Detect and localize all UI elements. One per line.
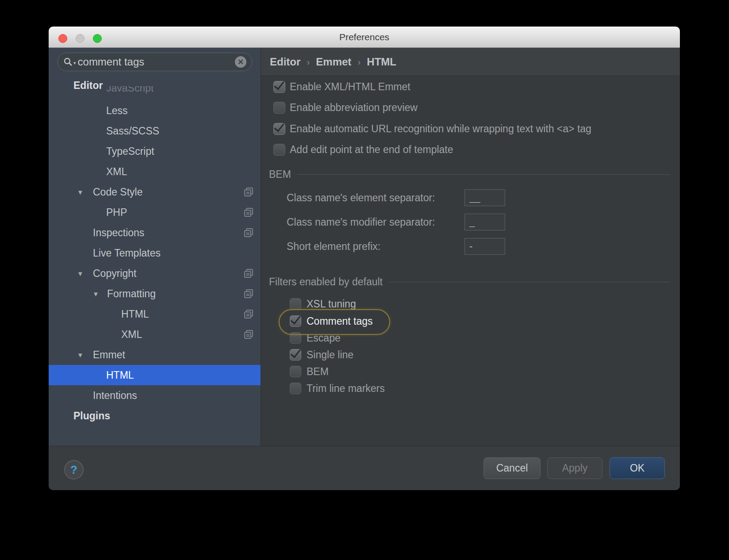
sidebar-item-label: Plugins <box>73 410 110 422</box>
search-icon <box>63 57 73 67</box>
sidebar-item-label: Formatting <box>107 288 156 300</box>
copy-settings-icon <box>244 207 253 217</box>
sidebar-item-plugins[interactable]: Plugins <box>49 406 261 426</box>
sidebar-item-inspections[interactable]: Inspections <box>49 222 261 243</box>
checkbox-icon[interactable] <box>290 349 301 361</box>
checkbox-icon[interactable] <box>290 315 301 327</box>
filter-comment-tags[interactable]: Comment tags <box>290 313 373 330</box>
field-label: Class name's element separator: <box>287 192 464 204</box>
filter-xsl-tuning[interactable]: XSL tuning <box>290 295 356 312</box>
checkbox-icon[interactable] <box>290 298 301 310</box>
clear-search-icon[interactable]: ✕ <box>235 56 246 68</box>
filter-bem[interactable]: BEM <box>290 363 329 380</box>
sidebar-item-label: Inspections <box>93 227 144 239</box>
filter-label: BEM <box>307 366 329 378</box>
filter-escape[interactable]: Escape <box>290 330 341 346</box>
sidebar-item-emmet-html-selected[interactable]: HTML <box>49 365 261 385</box>
sidebar-item-label: PHP <box>106 207 127 219</box>
cancel-button[interactable]: Cancel <box>483 457 541 479</box>
sidebar-item-live-templates[interactable]: Live Templates <box>49 243 261 263</box>
sidebar-item-formatting[interactable]: ▼ Formatting <box>49 284 261 304</box>
sidebar-item-formatting-html[interactable]: HTML <box>49 304 261 324</box>
checkbox-icon[interactable] <box>290 383 301 394</box>
sidebar-item-editor[interactable]: Editor <box>49 75 261 96</box>
sidebar-item-label: Sass/SCSS <box>106 125 159 137</box>
chevron-down-icon[interactable]: ▼ <box>77 270 93 277</box>
help-icon[interactable]: ? <box>64 460 84 479</box>
sidebar-item-sass-scss[interactable]: Sass/SCSS <box>49 121 261 141</box>
group-divider <box>297 174 670 175</box>
chevron-down-icon[interactable]: ▼ <box>77 188 93 196</box>
search-options-caret-icon[interactable]: ▾ <box>73 60 76 66</box>
filter-single-line[interactable]: Single line <box>290 346 353 363</box>
sidebar-item-intentions[interactable]: Intentions <box>49 385 261 406</box>
filter-label: Comment tags <box>307 315 373 327</box>
copy-settings-icon <box>244 309 253 319</box>
checkbox-icon[interactable] <box>273 81 285 93</box>
checkbox-icon[interactable] <box>273 123 285 135</box>
option-label: Enable abbreviation preview <box>290 102 418 114</box>
chevron-down-icon[interactable]: ▼ <box>77 351 93 359</box>
filter-label: Trim line markers <box>307 383 385 395</box>
sidebar-item-xml[interactable]: XML <box>49 161 261 182</box>
search-input[interactable] <box>78 56 235 68</box>
copy-settings-icon <box>244 268 253 278</box>
sidebar-item-label: Copyright <box>93 268 136 280</box>
bem-group-header: BEM <box>269 167 670 181</box>
filter-label: Single line <box>307 349 353 361</box>
apply-button[interactable]: Apply <box>547 457 602 479</box>
copy-settings-icon <box>244 187 253 197</box>
breadcrumb-emmet[interactable]: Emmet <box>316 56 351 68</box>
breadcrumb-html: HTML <box>367 56 396 68</box>
sidebar-item-label: Live Templates <box>93 247 161 259</box>
chevron-down-icon[interactable]: ▼ <box>92 290 107 298</box>
sidebar-item-emmet[interactable]: ▼ Emmet <box>49 345 261 365</box>
option-abbreviation-preview[interactable]: Enable abbreviation preview <box>273 97 418 118</box>
sidebar-item-label: Intentions <box>93 390 137 402</box>
breadcrumb-editor[interactable]: Editor <box>270 56 300 68</box>
element-separator-input[interactable] <box>464 189 505 206</box>
sidebar-item-copyright[interactable]: ▼ Copyright <box>49 263 261 284</box>
option-url-recognition[interactable]: Enable automatic URL recognition while w… <box>273 118 591 139</box>
title-bar[interactable]: Preferences <box>49 27 680 48</box>
sidebar-item-label: Code Style <box>93 186 143 198</box>
settings-search-field[interactable]: ▾ ✕ <box>58 53 252 71</box>
option-label: Add edit point at the end of template <box>290 144 453 156</box>
breadcrumb-separator-icon: › <box>357 57 361 67</box>
copy-settings-icon <box>244 330 253 339</box>
sidebar-item-label: HTML <box>121 308 149 320</box>
modifier-separator-input[interactable] <box>464 214 505 230</box>
sidebar-item-label: XML <box>106 166 127 178</box>
group-title: Filters enabled by default <box>269 276 383 288</box>
settings-content-panel: Editor › Emmet › HTML Enable XML/HTML Em… <box>261 48 680 446</box>
sidebar-item-label: TypeScript <box>106 146 154 157</box>
option-edit-point[interactable]: Add edit point at the end of template <box>273 139 453 160</box>
checkbox-icon[interactable] <box>273 102 285 114</box>
short-prefix-input[interactable] <box>464 238 505 255</box>
option-enable-emmet[interactable]: Enable XML/HTML Emmet <box>273 76 411 97</box>
filter-label: XSL tuning <box>307 298 356 310</box>
sidebar-item-formatting-xml[interactable]: XML <box>49 324 261 345</box>
window-title: Preferences <box>49 27 680 48</box>
filters-group-header: Filters enabled by default <box>269 275 670 289</box>
copy-settings-icon <box>244 289 253 299</box>
preferences-window: Preferences ▾ ✕ Editor JavaScript Less S… <box>49 27 680 490</box>
field-short-prefix: Short element prefix: <box>287 238 505 255</box>
copy-settings-icon <box>244 228 253 238</box>
checkbox-icon[interactable] <box>290 366 301 377</box>
filter-trim-line-markers[interactable]: Trim line markers <box>290 380 385 397</box>
ok-button[interactable]: OK <box>610 457 665 479</box>
breadcrumb-separator-icon: › <box>307 57 310 67</box>
sidebar-item-less[interactable]: Less <box>49 100 261 121</box>
checkbox-icon[interactable] <box>273 144 285 156</box>
sidebar-item-code-style[interactable]: ▼ Code Style <box>49 182 261 202</box>
sidebar-item-php[interactable]: PHP <box>49 202 261 222</box>
sidebar-item-typescript[interactable]: TypeScript <box>49 141 261 161</box>
checkbox-icon[interactable] <box>290 332 301 344</box>
field-element-separator: Class name's element separator: <box>287 189 505 206</box>
field-modifier-separator: Class name's modifier separator: <box>287 214 505 230</box>
filter-label: Escape <box>307 332 341 344</box>
settings-tree: Less Sass/SCSS TypeScript XML ▼ Code Sty… <box>49 100 261 426</box>
breadcrumb: Editor › Emmet › HTML <box>261 48 680 76</box>
field-label: Short element prefix: <box>287 241 464 253</box>
